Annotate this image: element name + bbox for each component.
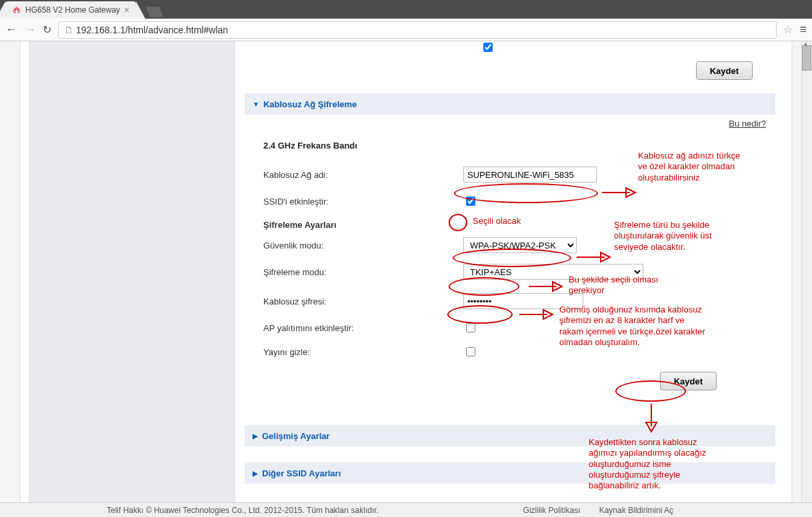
file-icon: 🗋 (64, 25, 73, 35)
top-checkbox[interactable] (483, 43, 493, 52)
cutoff-row (245, 41, 775, 53)
ssid-enable-label: SSID'i etkinleştir: (263, 197, 463, 207)
band-title: 2.4 GHz Frekans Bandı (263, 141, 775, 151)
hide-broadcast-label: Yayını gizle: (263, 347, 463, 357)
copyright-text: Telif Hakkı © Huawei Technologies Co., L… (107, 506, 379, 515)
url-text: 192.168.1.1/html/advance.html#wlan (76, 25, 228, 35)
reload-button[interactable]: ↻ (43, 23, 51, 36)
browser-chrome: HG658 V2 Home Gateway × ← → ↻ 🗋 192.168.… (0, 0, 812, 41)
encryption-mode-select[interactable]: TKIP+AES (463, 264, 643, 280)
page-background: Kaydet ▼ Kablosuz Ağ Şifreleme Bu nedir?… (0, 41, 812, 517)
viewport: Kaydet ▼ Kablosuz Ağ Şifreleme Bu nedir?… (0, 41, 812, 517)
section-advanced-settings[interactable]: ▶ Gelişmiş Ayarlar (245, 425, 775, 446)
back-button[interactable]: ← (5, 23, 17, 37)
main-content: Kaydet ▼ Kablosuz Ağ Şifreleme Bu nedir?… (235, 41, 783, 517)
scrollbar-thumb[interactable] (802, 45, 811, 71)
encryption-settings-label: Şifreleme Ayarları (263, 220, 463, 230)
save-button-bottom[interactable]: Kaydet (660, 372, 717, 390)
security-mode-select[interactable]: WPA-PSK/WPA2-PSK (463, 237, 577, 253)
security-mode-label: Güvenlik modu: (263, 241, 463, 251)
bookmark-icon[interactable]: ☆ (783, 23, 793, 36)
hide-broadcast-checkbox[interactable] (466, 347, 475, 356)
section-title: Kablosuz Ağ Şifreleme (263, 99, 357, 109)
help-link[interactable]: Bu nedir? (729, 119, 766, 129)
section-title: Gelişmiş Ayarlar (262, 431, 330, 441)
chevron-right-icon: ▶ (253, 432, 258, 440)
ssid-enable-checkbox[interactable] (466, 197, 475, 206)
content-wrapper: Kaydet ▼ Kablosuz Ağ Şifreleme Bu nedir?… (21, 41, 791, 517)
scrollbar[interactable]: ▴ ▾ (801, 41, 812, 517)
password-label: Kablosuz şifresi: (263, 296, 463, 306)
chevron-right-icon: ▶ (253, 470, 258, 477)
encryption-mode-label: Şifreleme modu: (263, 267, 463, 277)
ssid-label: Kablosuz Ağ adi: (263, 170, 463, 180)
ap-isolation-label: AP yalıtımını etkinleştir: (263, 323, 463, 333)
source-link[interactable]: Kaynak Bildirimini Aç (599, 506, 673, 515)
section-wifi-encryption[interactable]: ▼ Kablosuz Ağ Şifreleme (245, 93, 775, 115)
ssid-input[interactable] (463, 167, 597, 183)
forward-button[interactable]: → (24, 23, 36, 37)
url-bar[interactable]: 🗋 192.168.1.1/html/advance.html#wlan (58, 21, 777, 39)
sidebar (29, 41, 235, 517)
section-other-ssid[interactable]: ▶ Diğer SSID Ayarları (245, 462, 775, 484)
browser-tab[interactable]: HG658 V2 Home Gateway × (5, 1, 136, 19)
section-title: Diğer SSID Ayarları (262, 468, 341, 478)
toolbar: ← → ↻ 🗋 192.168.1.1/html/advance.html#wl… (0, 19, 812, 41)
tab-bar: HG658 V2 Home Gateway × (0, 0, 812, 19)
menu-icon[interactable]: ≡ (799, 23, 807, 37)
new-tab-button[interactable] (146, 7, 163, 17)
ap-isolation-checkbox[interactable] (466, 323, 475, 332)
wifi-settings-form: 2.4 GHz Frekans Bandı Kablosuz Ağ adi: S… (245, 129, 775, 409)
close-icon[interactable]: × (124, 5, 129, 15)
footer: Telif Hakkı © Huawei Technologies Co., L… (0, 502, 812, 517)
save-button-top[interactable]: Kaydet (696, 61, 753, 80)
privacy-link[interactable]: Gizlilik Politikası (523, 506, 581, 515)
chevron-down-icon: ▼ (253, 101, 259, 108)
tab-title: HG658 V2 Home Gateway (25, 5, 120, 15)
huawei-logo-icon (12, 5, 21, 15)
password-input[interactable] (463, 293, 583, 309)
